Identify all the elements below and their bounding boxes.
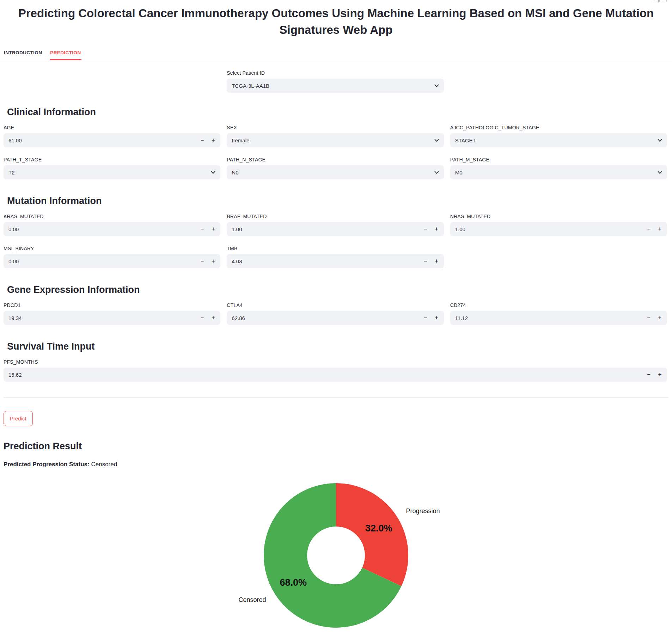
section-title-gene: Gene Expression Information: [4, 284, 667, 295]
section-title-survival: Survival Time Input: [4, 341, 667, 352]
donut-chart-svg: 32.0%Progression68.0%Censored: [207, 481, 465, 630]
tab-prediction[interactable]: PREDICTION: [50, 50, 81, 60]
path-t-stage-select[interactable]: T2: [4, 165, 220, 179]
mutation-grid: KRAS_MUTATED − + BRAF_MUTATED − + NRAS_M…: [4, 214, 667, 268]
donut-chart: 32.0%Progression68.0%Censored: [0, 481, 672, 630]
minus-icon[interactable]: −: [424, 226, 427, 232]
ajcc-stage-select[interactable]: STAGE I: [450, 133, 667, 147]
tmb-number-input[interactable]: − +: [227, 254, 444, 268]
nras-value[interactable]: [455, 226, 647, 232]
field-braf-label: BRAF_MUTATED: [227, 214, 444, 219]
ctla4-number-input[interactable]: − +: [227, 311, 444, 325]
braf-number-input[interactable]: − +: [227, 222, 444, 236]
plus-icon[interactable]: +: [435, 315, 438, 321]
minus-icon[interactable]: −: [201, 258, 204, 264]
minus-icon[interactable]: −: [201, 315, 204, 321]
predict-button[interactable]: Predict: [4, 411, 33, 426]
field-ajcc-stage: AJCC_PATHOLOGIC_TUMOR_STAGE STAGE I: [450, 125, 667, 147]
pdcd1-value[interactable]: [8, 315, 201, 321]
field-sex: SEX Female: [227, 125, 444, 147]
patient-select-group: Select Patient ID TCGA-3L-AA1B: [227, 70, 444, 93]
field-braf: BRAF_MUTATED − +: [227, 214, 444, 236]
chevron-down-icon: [434, 84, 439, 87]
chevron-down-icon: [658, 171, 662, 174]
plus-icon[interactable]: +: [212, 226, 215, 232]
patient-select-label: Select Patient ID: [227, 70, 444, 76]
cd274-number-input[interactable]: − +: [450, 311, 667, 325]
page-title: Predicting Colorectal Cancer Immunothera…: [17, 5, 655, 38]
predicted-status-value: Censored: [91, 461, 117, 468]
minus-icon[interactable]: −: [647, 315, 650, 321]
slice-label-censored: Censored: [239, 596, 266, 603]
minus-icon[interactable]: −: [201, 226, 204, 232]
age-number-input[interactable]: − +: [4, 133, 220, 147]
field-kras-label: KRAS_MUTATED: [4, 214, 220, 219]
patient-select-value: TCGA-3L-AA1B: [232, 83, 434, 89]
field-msi-binary: MSI_BINARY − +: [4, 246, 220, 268]
field-pfs-label: PFS_MONTHS: [4, 359, 667, 365]
path-t-stage-value: T2: [8, 170, 211, 176]
plus-icon[interactable]: +: [658, 226, 661, 232]
pfs-value[interactable]: [8, 372, 647, 378]
field-tmb: TMB − +: [227, 246, 444, 268]
field-kras: KRAS_MUTATED − +: [4, 214, 220, 236]
field-path-t-stage-label: PATH_T_STAGE: [4, 157, 220, 162]
field-ctla4: CTLA4 − +: [227, 302, 444, 325]
minus-icon[interactable]: −: [647, 372, 650, 377]
prediction-result-title: Prediction Result: [0, 441, 672, 452]
minus-icon[interactable]: −: [424, 258, 427, 264]
nras-number-input[interactable]: − +: [450, 222, 667, 236]
ajcc-stage-value: STAGE I: [455, 137, 658, 143]
plus-icon[interactable]: +: [435, 226, 438, 232]
gene-grid: PDCD1 − + CTLA4 − + CD274: [4, 302, 667, 325]
kras-number-input[interactable]: − +: [4, 222, 220, 236]
tmb-value[interactable]: [232, 258, 424, 264]
section-title-clinical: Clinical Information: [4, 107, 667, 118]
minus-icon[interactable]: −: [424, 315, 427, 321]
field-sex-label: SEX: [227, 125, 444, 130]
plus-icon[interactable]: +: [658, 315, 661, 321]
field-ctla4-label: CTLA4: [227, 302, 444, 308]
slice-label-progression: Progression: [406, 507, 440, 515]
chevron-down-icon: [434, 171, 439, 174]
kras-value[interactable]: [8, 226, 201, 232]
ctla4-value[interactable]: [232, 315, 424, 321]
field-path-n-stage-label: PATH_N_STAGE: [227, 157, 444, 162]
tab-introduction[interactable]: INTRODUCTION: [4, 50, 42, 60]
chevron-down-icon: [434, 139, 439, 142]
predicted-status-label: Predicted Progression Status:: [4, 461, 90, 468]
pfs-number-input[interactable]: − +: [4, 368, 667, 382]
percent-label-censored: 68.0%: [280, 577, 307, 588]
field-age-label: AGE: [4, 125, 220, 130]
field-ajcc-stage-label: AJCC_PATHOLOGIC_TUMOR_STAGE: [450, 125, 667, 130]
field-cd274-label: CD274: [450, 302, 667, 308]
plus-icon[interactable]: +: [658, 372, 661, 377]
plus-icon[interactable]: +: [435, 258, 438, 264]
path-n-stage-select[interactable]: N0: [227, 165, 444, 179]
path-m-stage-select[interactable]: M0: [450, 165, 667, 179]
donut-slice-progression: [336, 483, 408, 586]
tab-bar: INTRODUCTION PREDICTION: [0, 50, 672, 60]
msi-binary-value[interactable]: [8, 258, 201, 264]
field-cd274: CD274 − +: [450, 302, 667, 325]
minus-icon[interactable]: −: [201, 137, 204, 143]
msi-binary-number-input[interactable]: − +: [4, 254, 220, 268]
divider: [4, 397, 668, 398]
sex-select[interactable]: Female: [227, 133, 444, 147]
minus-icon[interactable]: −: [647, 226, 650, 232]
path-n-stage-value: N0: [232, 170, 434, 176]
empty-grid-cell: [450, 246, 667, 268]
section-title-mutation: Mutation Information: [4, 196, 667, 207]
field-nras-label: NRAS_MUTATED: [450, 214, 667, 219]
plus-icon[interactable]: +: [212, 137, 215, 143]
cd274-value[interactable]: [455, 315, 647, 321]
field-pdcd1-label: PDCD1: [4, 302, 220, 308]
age-value[interactable]: [8, 137, 201, 143]
chevron-down-icon: [658, 139, 662, 142]
braf-value[interactable]: [232, 226, 424, 232]
patient-select[interactable]: TCGA-3L-AA1B: [227, 79, 444, 93]
field-path-m-stage-label: PATH_M_STAGE: [450, 157, 667, 162]
pdcd1-number-input[interactable]: − +: [4, 311, 220, 325]
plus-icon[interactable]: +: [212, 258, 215, 264]
plus-icon[interactable]: +: [212, 315, 215, 321]
